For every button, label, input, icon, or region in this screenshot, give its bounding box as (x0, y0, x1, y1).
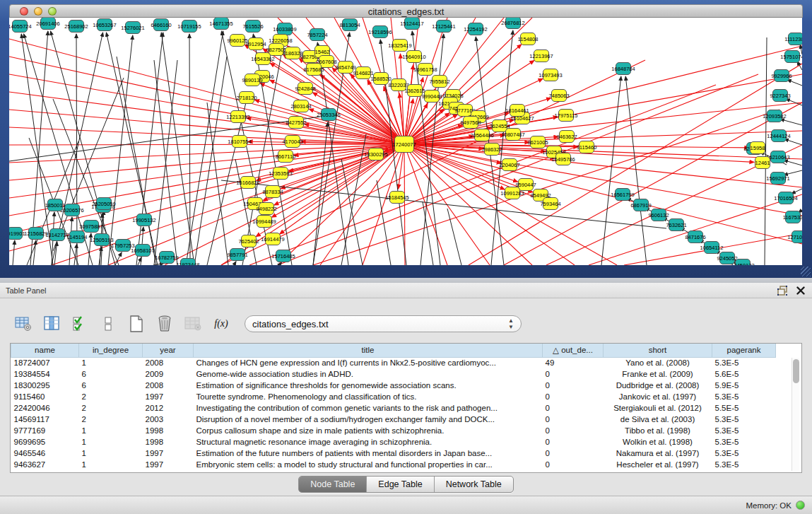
graph-node[interactable]: 9606132 (648, 209, 669, 221)
table-row[interactable]: 969969511998Structural magnetic resonanc… (11, 436, 776, 448)
graph-node[interactable]: 9115460 (577, 141, 597, 153)
graph-node[interactable]: 10654112 (700, 242, 724, 254)
graph-node[interactable]: 19905132 (132, 214, 155, 226)
graph-node[interactable]: 15184545 (385, 192, 408, 204)
graph-node[interactable]: 10719155 (177, 21, 201, 33)
node-table[interactable]: namein_degreeyeartitle△ out_de...shortpa… (10, 343, 802, 473)
window-resize-grip[interactable] (801, 267, 811, 276)
graph-node[interactable]: 8912954 (245, 38, 266, 50)
delete-column-icon[interactable] (155, 315, 174, 333)
graph-node[interactable]: 8175685 (303, 64, 324, 76)
graph-node[interactable]: 2803144 (290, 100, 311, 112)
graph-node[interactable]: 7632621 (666, 219, 686, 231)
table-row[interactable]: 1938455462009Genome-wide association stu… (11, 368, 776, 380)
create-column-icon[interactable] (127, 315, 146, 333)
graph-node[interactable]: 12125441 (432, 21, 455, 33)
table-scrollbar[interactable] (792, 358, 799, 471)
graph-node[interactable]: 16848784 (611, 63, 635, 75)
graph-node[interactable]: 9498222 (256, 203, 276, 215)
window-title-bar[interactable]: citations_edges.txt (9, 4, 803, 18)
graph-node[interactable]: 1167533 (783, 211, 802, 223)
graph-node[interactable]: 12213967 (529, 50, 553, 62)
tab-network-table[interactable]: Network Table (435, 477, 513, 492)
graph-node[interactable]: 9929966 (771, 70, 792, 82)
graph-node[interactable]: 8621005 (527, 136, 548, 148)
graph-node[interactable]: 26876812 (501, 18, 524, 29)
graph-node[interactable]: 15640910 (402, 51, 425, 63)
graph-node[interactable]: 12254192 (464, 23, 487, 35)
graph-node[interactable]: 15166827 (236, 177, 259, 189)
graph-node[interactable]: 25168902 (64, 21, 88, 33)
graph-node[interactable]: 16782759 (155, 252, 178, 264)
graph-node[interactable]: 9890139 (242, 74, 262, 86)
function-builder-icon[interactable]: f(x) (212, 315, 230, 333)
column-header-pagerank[interactable]: pagerank (712, 344, 776, 357)
graph-node[interactable]: 6497568 (460, 117, 481, 129)
close-panel-icon[interactable] (795, 285, 806, 296)
graph-node[interactable]: 8667110 (276, 151, 296, 163)
table-mode-icon[interactable] (14, 315, 33, 333)
graph-node[interactable]: 15276021 (121, 22, 144, 34)
graph-node[interactable]: 15751074 (780, 51, 802, 63)
table-selector-dropdown[interactable]: citations_edges.txt ▲▼ (245, 315, 522, 332)
table-row[interactable]: 946362711997Embryonic stem cells: a mode… (11, 459, 776, 470)
graph-node[interactable]: 15124417 (400, 18, 423, 30)
graph-node[interactable]: 17975115 (555, 110, 578, 122)
graph-node[interactable]: 7986322 (481, 144, 502, 156)
column-header-title[interactable]: title (194, 344, 543, 357)
graph-node[interactable]: 7955812 (429, 76, 449, 88)
column-header-short[interactable]: short (604, 344, 712, 357)
column-header-out_degree[interactable]: △ out_de... (543, 344, 604, 357)
graph-node[interactable]: 17240077 (392, 136, 416, 153)
graph-node[interactable]: 16914479 (261, 233, 284, 245)
network-canvas[interactable]: 1405572420691406251689021065326715276021… (9, 18, 802, 265)
graph-node[interactable]: 1850011 (45, 199, 66, 211)
graph-node[interactable]: 2718120 (236, 92, 257, 104)
graph-node[interactable]: 9857791 (227, 249, 247, 261)
unselect-all-columns-icon[interactable] (99, 315, 117, 333)
table-row[interactable]: 1830029562008Estimation of significance … (11, 380, 776, 391)
graph-node[interactable]: 9227343 (770, 90, 790, 102)
select-all-columns-icon[interactable] (71, 315, 89, 333)
graph-node[interactable]: 12353593 (269, 168, 292, 180)
table-scrollbar-thumb[interactable] (793, 359, 799, 383)
column-header-in_degree[interactable]: in_degree (79, 344, 143, 357)
graph-node[interactable]: 3919901 (9, 228, 25, 240)
graph-node[interactable]: 9242848 (295, 83, 315, 95)
graph-node[interactable]: 8427552 (286, 117, 306, 129)
table-row[interactable]: 977716911998Corpus callosum shape and si… (11, 425, 776, 436)
table-row[interactable]: 1872400712008Changes of HCN gene express… (11, 357, 776, 368)
graph-node[interactable]: 19218596 (368, 26, 392, 38)
column-header-year[interactable]: year (143, 344, 194, 357)
graph-node[interactable]: 7625402 (238, 235, 259, 247)
graph-node[interactable]: 1145194 (67, 231, 88, 243)
show-columns-icon[interactable] (42, 315, 61, 333)
citation-network-graph[interactable]: 1405572420691406251689021065326715276021… (9, 18, 802, 265)
table-row[interactable]: 1456911722003Disruption of a novel membe… (11, 414, 776, 425)
graph-node[interactable]: 9960125 (227, 35, 247, 47)
graph-node[interactable]: 7485063 (548, 90, 569, 102)
graph-node[interactable]: 8878334 (262, 186, 283, 198)
table-row[interactable]: 911546021997Tourette syndrome. Phenomeno… (11, 391, 776, 402)
graph-node[interactable]: 14671355 (209, 18, 233, 30)
graph-node[interactable]: 11112304 (784, 33, 802, 45)
graph-node[interactable]: 14055724 (9, 21, 32, 33)
column-header-name[interactable]: name (11, 344, 79, 357)
graph-node[interactable]: 1154808 (518, 33, 539, 45)
graph-node[interactable]: 7593464 (540, 198, 560, 210)
graph-node[interactable]: 16561799 (611, 189, 634, 201)
graph-node[interactable]: 7615526 (242, 21, 263, 33)
delete-table-icon[interactable] (184, 315, 202, 333)
graph-node[interactable]: 8813054 (339, 19, 360, 31)
graph-node[interactable]: 13142737 (45, 229, 69, 241)
graph-node[interactable]: 6466160 (151, 19, 171, 31)
table-row[interactable]: 946554611997Estimation of the future num… (11, 448, 776, 459)
graph-node[interactable]: 9463627 (556, 131, 577, 143)
graph-node[interactable]: 7857224 (307, 29, 327, 41)
graph-node[interactable]: 8471676 (685, 231, 705, 243)
graph-node[interactable]: 25053346 (317, 109, 340, 121)
graph-node[interactable]: 15958 (751, 142, 765, 154)
graph-node[interactable]: 12461 (755, 157, 770, 169)
memory-indicator-icon[interactable] (796, 501, 805, 510)
graph-node[interactable]: 4170043 (282, 136, 302, 148)
